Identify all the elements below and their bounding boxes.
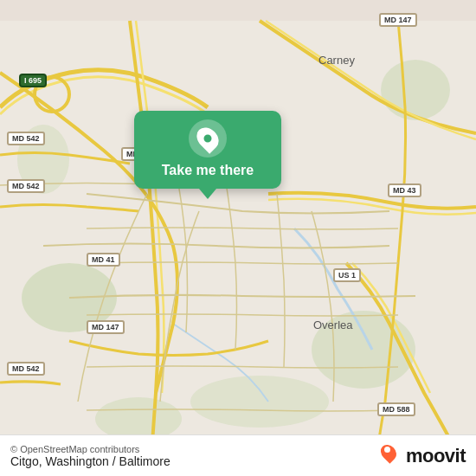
- svg-point-3: [190, 376, 329, 428]
- moovit-pin-shape: [377, 441, 399, 463]
- map-popup[interactable]: Take me there: [134, 111, 281, 199]
- road-badge-us1: US 1: [333, 268, 361, 282]
- road-badge-md588: MD 588: [377, 402, 415, 416]
- location-pin-icon: [192, 123, 222, 153]
- road-badge-i695: I 695: [19, 74, 47, 87]
- road-badge-md542-1: MD 542: [7, 132, 45, 145]
- location-name: Citgo, Washington / Baltimore: [10, 454, 170, 468]
- popup-arrow: [199, 189, 216, 199]
- road-badge-md43: MD 43: [388, 183, 421, 197]
- road-badge-md147-2: MD 147: [87, 320, 125, 334]
- moovit-logo: moovit: [382, 444, 466, 468]
- svg-point-5: [381, 60, 450, 120]
- bottom-bar: © OpenStreetMap contributors Citgo, Wash…: [0, 434, 476, 476]
- popup-icon-circle: [189, 119, 227, 158]
- popup-box[interactable]: Take me there: [134, 111, 281, 189]
- road-badge-md542-3: MD 542: [7, 362, 45, 376]
- carney-label: Carney: [318, 54, 355, 67]
- moovit-brand-text: moovit: [406, 445, 466, 467]
- road-badge-md147-1: MD 147: [379, 13, 417, 27]
- map-container: Carney Overlea I 695 MD 542 MD 542 MD 54…: [0, 0, 476, 476]
- attribution-text: © OpenStreetMap contributors: [10, 444, 170, 454]
- road-badge-md542-2: MD 542: [7, 179, 45, 193]
- popup-take-me-there-label[interactable]: Take me there: [162, 163, 254, 178]
- branding: moovit: [382, 444, 466, 468]
- moovit-pin-dot: [384, 447, 390, 453]
- road-badge-md41-2: MD 41: [87, 253, 120, 267]
- overlea-label: Overlea: [313, 318, 353, 331]
